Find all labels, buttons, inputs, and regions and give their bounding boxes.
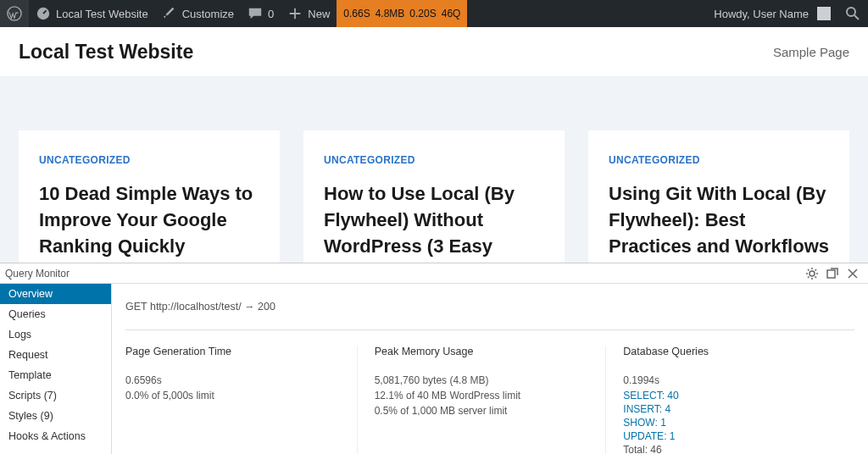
qm-col-heading: Peak Memory Usage <box>375 346 589 357</box>
qm-titlebar: Query Monitor <box>0 263 868 284</box>
qm-value: 0.5% of 1,000 MB server limit <box>375 405 589 417</box>
qm-mem: 4.8MB <box>376 8 405 19</box>
customize-link[interactable]: Customize <box>155 0 241 27</box>
qm-col-memory: Peak Memory Usage 5,081,760 bytes (4.8 M… <box>358 346 607 454</box>
qm-value: 0.6596s <box>125 374 340 386</box>
qm-sidebar: Overview Queries Logs Request Template S… <box>0 284 112 454</box>
wp-logo[interactable] <box>0 0 29 27</box>
qm-main: GET http://localhost/test/ → 200 Page Ge… <box>112 284 868 454</box>
post-category[interactable]: UNCATEGORIZED <box>609 154 829 166</box>
gear-icon[interactable] <box>805 267 819 280</box>
wordpress-icon <box>7 6 22 21</box>
qm-tab-template[interactable]: Template <box>0 365 111 385</box>
new-text: New <box>308 8 330 20</box>
qm-col-heading: Database Queries <box>623 346 837 357</box>
qm-time: 0.66S <box>343 8 370 19</box>
post-card: UNCATEGORIZED Using Git With Local (By F… <box>588 130 849 283</box>
post-card: UNCATEGORIZED How to Use Local (By Flywh… <box>303 130 565 283</box>
post-title[interactable]: How to Use Local (By Flywheel) Without W… <box>324 181 544 259</box>
howdy-text: Howdy, User Name <box>714 8 809 20</box>
qm-db-link[interactable]: UPDATE: 1 <box>623 430 837 442</box>
qm-title-text: Query Monitor <box>5 268 70 280</box>
qm-panel: Query Monitor Overview Queries Logs Requ… <box>0 263 868 454</box>
qm-value: Total: 46 <box>623 444 837 454</box>
post-title[interactable]: Using Git With Local (By Flywheel): Best… <box>609 181 829 259</box>
admin-bar: Local Test Website Customize 0 New 0.66S… <box>0 0 868 27</box>
comment-count: 0 <box>268 8 274 20</box>
qm-col-db: Database Queries 0.1994s SELECT: 40 INSE… <box>606 346 854 454</box>
qm-value: 0.0% of 5,000s limit <box>125 390 340 401</box>
comments-link[interactable]: 0 <box>241 0 281 27</box>
howdy-link[interactable]: Howdy, User Name <box>707 0 837 27</box>
qm-tab-request[interactable]: Request <box>0 345 111 365</box>
new-link[interactable]: New <box>281 0 337 27</box>
qm-queries: 46Q <box>442 8 461 19</box>
qm-tab-styles[interactable]: Styles (9) <box>0 406 111 426</box>
posts-grid: UNCATEGORIZED 10 Dead Simple Ways to Imp… <box>0 76 868 283</box>
brush-icon <box>162 6 177 21</box>
customize-text: Customize <box>182 8 234 20</box>
nav-link-sample[interactable]: Sample Page <box>773 45 849 59</box>
qm-tab-logs[interactable]: Logs <box>0 324 111 345</box>
qm-tab-scripts[interactable]: Scripts (7) <box>0 385 111 406</box>
plus-icon <box>287 6 303 21</box>
qm-db-link[interactable]: INSERT: 4 <box>623 403 837 415</box>
post-card: UNCATEGORIZED 10 Dead Simple Ways to Imp… <box>19 130 280 283</box>
qm-stats[interactable]: 0.66S 4.8MB 0.20S 46Q <box>337 0 467 27</box>
comment-icon <box>248 6 263 21</box>
qm-dbtime: 0.20S <box>409 8 436 19</box>
avatar <box>817 7 831 20</box>
svg-rect-4 <box>827 270 835 278</box>
search-icon[interactable] <box>844 5 861 22</box>
dashboard-icon <box>36 6 51 21</box>
qm-db-link[interactable]: SHOW: 1 <box>623 417 837 429</box>
popout-icon[interactable] <box>826 267 839 280</box>
post-category[interactable]: UNCATEGORIZED <box>39 154 259 166</box>
qm-value: 12.1% of 40 MB WordPress limit <box>375 390 589 401</box>
qm-col-heading: Page Generation Time <box>125 346 340 357</box>
qm-tab-hooks[interactable]: Hooks & Actions <box>0 426 111 446</box>
qm-value: 0.1994s <box>623 374 837 386</box>
post-category[interactable]: UNCATEGORIZED <box>324 154 544 166</box>
site-name-text: Local Test Website <box>56 8 148 20</box>
close-icon[interactable] <box>846 267 860 280</box>
site-title[interactable]: Local Test Website <box>19 41 193 64</box>
site-name-link[interactable]: Local Test Website <box>29 0 155 27</box>
qm-col-generation: Page Generation Time 0.6596s 0.0% of 5,0… <box>125 346 358 454</box>
qm-value: 5,081,760 bytes (4.8 MB) <box>375 374 589 386</box>
qm-tab-queries[interactable]: Queries <box>0 304 111 324</box>
post-title[interactable]: 10 Dead Simple Ways to Improve Your Goog… <box>39 181 259 259</box>
svg-point-2 <box>847 8 855 16</box>
svg-point-3 <box>810 271 815 276</box>
qm-request-line: GET http://localhost/test/ → 200 <box>125 301 854 313</box>
qm-db-link[interactable]: SELECT: 40 <box>623 390 837 401</box>
qm-tab-overview[interactable]: Overview <box>0 284 111 304</box>
site-header: Local Test Website Sample Page <box>0 27 868 76</box>
